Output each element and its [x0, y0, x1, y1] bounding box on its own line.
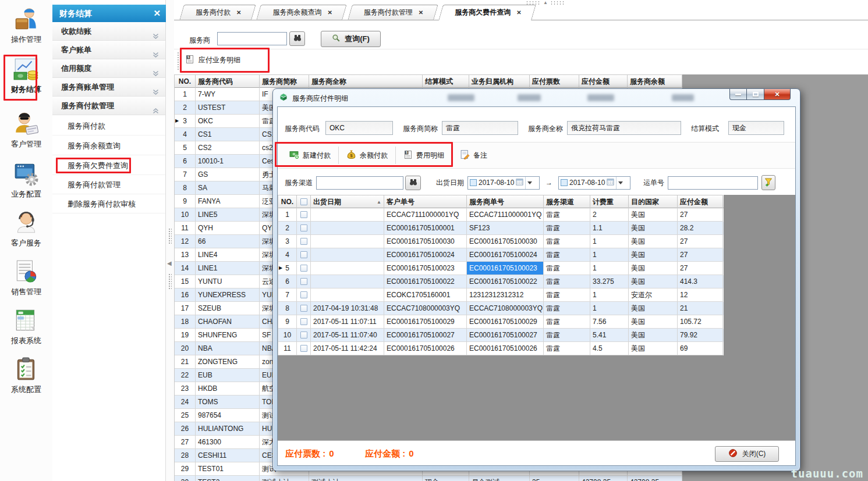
close-tab-icon[interactable]: [516, 9, 521, 16]
table-row[interactable]: 82017-04-19 10:31:48ECCAC7108000003YQECC…: [278, 302, 724, 315]
table-row[interactable]: 4EC000161705100024EC000161705100024雷霆1美国…: [278, 248, 724, 262]
row-checkbox[interactable]: [300, 265, 307, 272]
table-row[interactable]: 6EC000161705100022EC000161705100022雷霆33.…: [278, 275, 724, 288]
close-window-button[interactable]: [764, 89, 791, 100]
sidebar-item-system-config[interactable]: 系统配置: [0, 356, 52, 395]
date-from-picker[interactable]: 2017-08-10: [467, 176, 540, 190]
lookup-button[interactable]: [289, 31, 305, 46]
column-header[interactable]: 服务商代码: [196, 74, 260, 88]
dropdown-arrow-icon[interactable]: [616, 177, 624, 189]
column-header[interactable]: 应付金额: [579, 74, 628, 88]
channel-lookup-button[interactable]: [405, 176, 421, 190]
row-checkbox[interactable]: [300, 225, 307, 231]
channel-input[interactable]: [316, 176, 403, 190]
tab-provider-payment[interactable]: 服务商付款: [179, 5, 254, 20]
table-row[interactable]: 7ECOKC170516000112312312312312雷霆1安道尔12: [278, 288, 724, 302]
dialog-title-bar[interactable]: 服务商应付件明细: [273, 89, 800, 106]
minimize-button[interactable]: [729, 89, 747, 100]
sidebar-item-report-system[interactable]: 报表系统: [0, 307, 52, 346]
provider-short-name-field[interactable]: 雷霆: [442, 121, 518, 135]
balance-payment-button[interactable]: $ 余额付款: [340, 145, 394, 166]
dialog-column-header[interactable]: 出货日期: [311, 195, 384, 208]
row-checkbox[interactable]: [300, 345, 307, 352]
toolbar-grip[interactable]: [177, 52, 180, 71]
date-checkbox[interactable]: [470, 179, 477, 186]
close-tab-icon[interactable]: [327, 9, 332, 16]
tab-provider-payment-mgmt[interactable]: 服务商付款管理: [348, 5, 436, 20]
operator-icon: [0, 6, 52, 33]
table-row[interactable]: 2EC000161705100001SF123雷霆1.1美国28.2: [278, 222, 724, 235]
sidebar-item-business-config[interactable]: 业务配置: [0, 161, 52, 199]
table-row[interactable]: 3EC000161705100030EC000161705100030雷霆1美国…: [278, 235, 724, 248]
row-checkbox[interactable]: [300, 291, 307, 298]
query-button[interactable]: 查询(F): [321, 31, 381, 47]
tab-provider-arrears-query[interactable]: 服务商欠费件查询: [438, 5, 534, 20]
nav-item-provider-payment-mgmt[interactable]: 服务商付款管理: [52, 175, 165, 194]
sidebar-item-sales-mgmt[interactable]: 销售管理: [0, 258, 52, 297]
collapse-left-icon[interactable]: [167, 260, 172, 266]
nav-item-provider-arrears-query[interactable]: 服务商欠费件查询: [52, 156, 165, 175]
close-dialog-button[interactable]: 关闭(C): [715, 446, 779, 462]
dialog-column-header[interactable]: 计费重: [590, 195, 629, 208]
table-row[interactable]: 102017-05-11 11:07:40EC000161705100027EC…: [278, 329, 724, 342]
settlement-mode-field[interactable]: 现金: [728, 121, 784, 135]
waybill-input[interactable]: [668, 176, 758, 190]
nav-item-provider-payment[interactable]: 服务商付款: [52, 116, 165, 136]
maximize-button[interactable]: [747, 89, 764, 100]
sidebar-item-finance-settlement[interactable]: 财务结算: [0, 56, 52, 95]
sidebar-item-customer-service[interactable]: 客户服务: [0, 209, 52, 248]
provider-code-field[interactable]: OKC: [325, 121, 393, 135]
column-header[interactable]: 结算模式: [423, 74, 469, 88]
dialog-column-header[interactable]: NO.: [278, 195, 297, 208]
column-header[interactable]: 应付票数: [530, 74, 579, 88]
sidebar-item-operation-mgmt[interactable]: 操作管理: [0, 6, 52, 45]
panel-splitter[interactable]: [166, 0, 174, 481]
row-checkbox[interactable]: [300, 238, 307, 245]
nav-section-customer-bill[interactable]: 客户账单: [52, 41, 165, 59]
new-payment-button[interactable]: 新建付款: [283, 145, 337, 166]
table-row[interactable]: 30TEST2测试小计测试小计现金易合测试3542708.3542708.35: [175, 476, 683, 481]
tab-provider-balance-query[interactable]: 服务商余额查询: [256, 5, 345, 20]
nav-section-provider-payment-mgmt[interactable]: 服务商付款管理: [52, 97, 165, 115]
date-checkbox[interactable]: [561, 179, 568, 186]
date-to-picker[interactable]: 2017-08-10: [558, 176, 630, 190]
dialog-column-header[interactable]: 应付金额: [678, 195, 723, 208]
dialog-column-header[interactable]: [297, 195, 311, 208]
nav-section-receipt-settlement[interactable]: 收款结账: [52, 22, 165, 41]
table-row[interactable]: 112017-05-11 11:42:24EC000161705100026EC…: [278, 342, 724, 355]
row-checkbox[interactable]: [300, 332, 307, 339]
column-header[interactable]: 服务商余额: [628, 74, 682, 88]
dropdown-arrow-icon[interactable]: [525, 177, 533, 189]
fee-detail-button[interactable]: $ 费用明细: [397, 145, 451, 166]
dialog-column-header[interactable]: 客户单号: [384, 195, 467, 208]
table-row[interactable]: 92017-05-11 11:07:11EC000161705100029EC0…: [278, 315, 724, 329]
column-header[interactable]: 业务归属机构: [469, 74, 530, 88]
close-icon[interactable]: [153, 5, 161, 22]
row-checkbox[interactable]: [300, 211, 307, 218]
dialog-column-header[interactable]: 服务商单号: [467, 195, 544, 208]
close-tab-icon[interactable]: [236, 9, 241, 16]
column-header[interactable]: NO.: [175, 74, 196, 88]
dialog-column-header[interactable]: 服务渠道: [544, 195, 590, 208]
remark-button[interactable]: 备注: [454, 145, 494, 166]
nav-section-provider-bill-mgmt[interactable]: 服务商账单管理: [52, 78, 165, 97]
provider-search-input[interactable]: [217, 32, 287, 45]
filter-button[interactable]: [761, 175, 775, 190]
nav-item-delete-payment-audit[interactable]: 删除服务商付款审核: [52, 194, 165, 213]
table-row[interactable]: 1ECCAC7111000001YQECCAC7111000001YQ雷霆2美国…: [278, 208, 724, 222]
column-header[interactable]: 服务商全称: [309, 74, 423, 88]
nav-section-credit-limit[interactable]: 信用额度: [52, 59, 165, 78]
column-header[interactable]: 服务商简称: [260, 74, 309, 88]
row-checkbox[interactable]: [300, 305, 307, 312]
sidebar-item-customer-mgmt[interactable]: 客户管理: [0, 111, 52, 149]
dialog-column-header[interactable]: 目的国家: [629, 195, 678, 208]
row-checkbox[interactable]: [300, 251, 307, 258]
row-checkbox[interactable]: [300, 278, 307, 285]
table-row[interactable]: 5EC000161705100023EC000161705100023雷霆1美国…: [278, 262, 724, 275]
nav-item-provider-balance-query[interactable]: 服务商余额查询: [52, 136, 165, 155]
close-tab-icon[interactable]: [419, 9, 423, 16]
payable-detail-button[interactable]: $ 应付业务明细: [185, 55, 240, 66]
select-all-checkbox[interactable]: [300, 198, 307, 205]
row-checkbox[interactable]: [300, 318, 307, 325]
provider-full-name-field[interactable]: 俄克拉荷马雷霆: [567, 121, 681, 135]
